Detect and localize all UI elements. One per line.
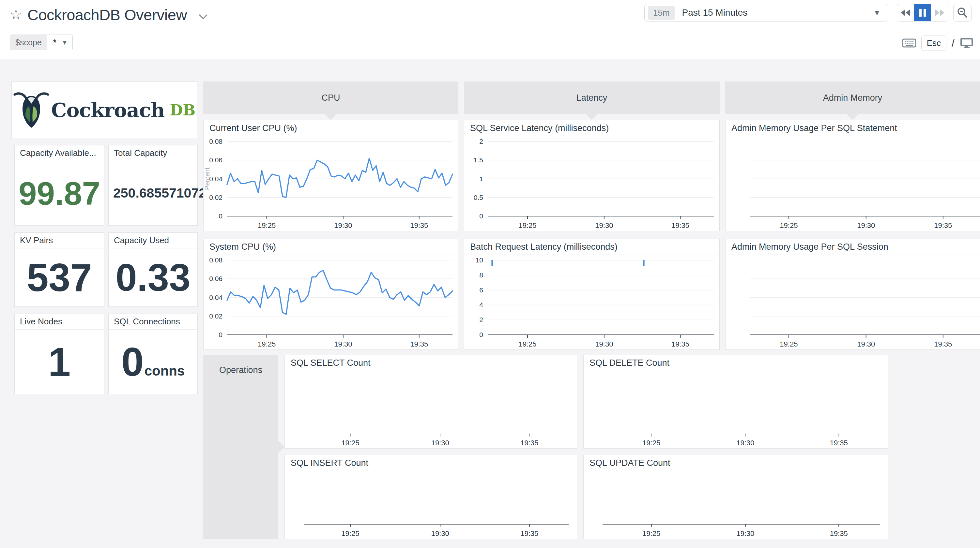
chart-batch-request-latency[interactable]: Batch Request Latency (milliseconds) 024… bbox=[464, 238, 720, 350]
svg-text:19:35: 19:35 bbox=[410, 221, 428, 229]
metric-value: 99.87 bbox=[19, 177, 100, 210]
svg-text:6: 6 bbox=[479, 286, 483, 294]
chart-sql-update-count[interactable]: SQL UPDATE Count 19:2519:3019:35 bbox=[583, 455, 888, 539]
chart-admin-memory-session[interactable]: Admin Memory Usage Per SQL Session 19:25… bbox=[725, 238, 980, 350]
svg-text:19:25: 19:25 bbox=[341, 529, 359, 538]
chart-plot-area[interactable]: 024681019:2519:3019:35 bbox=[464, 255, 719, 349]
svg-text:19:35: 19:35 bbox=[671, 340, 689, 348]
card-sql-connections[interactable]: SQL Connections 0 conns bbox=[108, 314, 198, 394]
card-capacity-available[interactable]: Capacity Available... 99.87 bbox=[14, 145, 104, 226]
chart-current-user-cpu[interactable]: Current User CPU (%) 00.020.040.060.0819… bbox=[203, 120, 458, 231]
card-kv-pairs[interactable]: KV Pairs 537 bbox=[14, 232, 104, 307]
svg-text:19:30: 19:30 bbox=[431, 529, 449, 538]
chart-title: System CPU (%) bbox=[204, 239, 458, 255]
svg-text:1: 1 bbox=[479, 175, 483, 183]
svg-text:4: 4 bbox=[479, 301, 483, 308]
scope-template-variable[interactable]: $scope * ▼ bbox=[10, 35, 73, 50]
scope-value: * bbox=[53, 38, 56, 47]
card-title: Total Capacity bbox=[109, 145, 197, 161]
svg-text:19:35: 19:35 bbox=[830, 439, 848, 447]
time-range-selector[interactable]: 15m Past 15 Minutes ▼ bbox=[644, 4, 888, 22]
svg-text:19:25: 19:25 bbox=[780, 340, 798, 348]
metric-unit: conns bbox=[145, 363, 185, 379]
chart-system-cpu[interactable]: System CPU (%) 00.020.040.060.0819:2519:… bbox=[203, 238, 458, 350]
dashboard-root: ☆ CockroachDB Overview 15m Past 15 Minut… bbox=[0, 0, 980, 548]
svg-text:0.02: 0.02 bbox=[209, 194, 223, 201]
metric-value: 0 bbox=[121, 342, 144, 382]
group-header-latency[interactable]: Latency bbox=[464, 81, 720, 114]
chart-plot-area[interactable]: 19:2519:3019:35 bbox=[285, 371, 577, 448]
svg-text:0.06: 0.06 bbox=[209, 156, 223, 164]
group-header-cpu[interactable]: CPU bbox=[203, 81, 458, 114]
chart-plot-area[interactable]: 19:2519:3019:35 bbox=[584, 371, 888, 448]
group-header-admin-memory[interactable]: Admin Memory bbox=[725, 81, 980, 114]
chart-admin-memory-statement[interactable]: Admin Memory Usage Per SQL Statement 19:… bbox=[725, 120, 980, 231]
chart-plot-area[interactable]: 00.020.040.060.0819:2519:3019:35 bbox=[204, 255, 458, 349]
logo-wordmark: Cockroach bbox=[51, 99, 165, 122]
fullscreen-monitor-icon[interactable] bbox=[960, 38, 974, 49]
card-capacity-used[interactable]: Capacity Used 0.33 bbox=[108, 232, 198, 307]
svg-text:Percent: Percent bbox=[204, 168, 211, 190]
svg-text:10: 10 bbox=[476, 256, 483, 264]
chart-sql-service-latency[interactable]: SQL Service Latency (milliseconds) 00.51… bbox=[464, 120, 720, 231]
group-header-operations[interactable]: Operations bbox=[203, 355, 278, 539]
chart-title: Admin Memory Usage Per SQL Session bbox=[725, 239, 980, 255]
slash-separator: / bbox=[951, 37, 955, 49]
zoom-out-button[interactable] bbox=[953, 4, 972, 22]
fast-forward-button[interactable] bbox=[931, 4, 948, 21]
svg-text:19:30: 19:30 bbox=[595, 221, 613, 229]
card-title: KV Pairs bbox=[15, 233, 104, 248]
chart-title: Admin Memory Usage Per SQL Statement bbox=[725, 120, 980, 136]
caret-down-icon: ▼ bbox=[873, 8, 881, 17]
chevron-down-icon[interactable] bbox=[198, 14, 208, 20]
svg-text:19:30: 19:30 bbox=[857, 221, 875, 229]
group-label: Operations bbox=[203, 365, 278, 375]
group-label: Latency bbox=[576, 93, 608, 103]
svg-text:19:25: 19:25 bbox=[642, 439, 660, 447]
metric-value: 250.6855710720 bbox=[113, 186, 214, 200]
metric-value: 1 bbox=[48, 342, 71, 382]
playback-controls bbox=[897, 4, 948, 22]
svg-text:19:25: 19:25 bbox=[519, 221, 536, 229]
svg-text:19:30: 19:30 bbox=[736, 529, 754, 538]
group-notch bbox=[278, 441, 285, 453]
svg-text:19:35: 19:35 bbox=[934, 221, 952, 229]
svg-text:19:30: 19:30 bbox=[736, 439, 754, 447]
svg-text:2: 2 bbox=[479, 138, 483, 145]
page-title: CockroachDB Overview bbox=[27, 6, 187, 24]
cockroach-bug-icon bbox=[13, 91, 49, 130]
esc-shortcut-button[interactable]: Esc bbox=[921, 35, 947, 51]
pause-button[interactable] bbox=[914, 4, 931, 21]
rewind-button[interactable] bbox=[897, 4, 914, 21]
svg-text:19:30: 19:30 bbox=[334, 340, 352, 348]
chart-plot-area[interactable]: 19:2519:3019:35 bbox=[584, 471, 888, 539]
card-live-nodes[interactable]: Live Nodes 1 bbox=[14, 314, 104, 394]
scope-name: $scope bbox=[10, 35, 47, 50]
svg-text:19:25: 19:25 bbox=[341, 439, 359, 447]
chart-plot-area[interactable]: 19:2519:3019:35 bbox=[725, 136, 980, 231]
svg-text:0: 0 bbox=[219, 212, 223, 220]
chart-sql-insert-count[interactable]: SQL INSERT Count 19:2519:3019:35 bbox=[285, 455, 577, 539]
card-title: SQL Connections bbox=[109, 314, 197, 330]
svg-text:2: 2 bbox=[479, 316, 483, 323]
caret-down-icon: ▼ bbox=[61, 39, 68, 46]
svg-text:0: 0 bbox=[479, 331, 483, 338]
group-notch bbox=[325, 114, 337, 120]
scope-value-dropdown[interactable]: * ▼ bbox=[47, 35, 73, 50]
chart-plot-area[interactable]: 19:2519:3019:35 bbox=[725, 255, 980, 349]
favorite-star-icon[interactable]: ☆ bbox=[10, 8, 22, 22]
svg-text:0.08: 0.08 bbox=[209, 256, 223, 264]
chart-plot-area[interactable]: 00.511.5219:2519:3019:35 bbox=[464, 136, 719, 231]
chart-sql-select-count[interactable]: SQL SELECT Count 19:2519:3019:35 bbox=[285, 355, 577, 449]
chart-title: SQL Service Latency (milliseconds) bbox=[464, 120, 719, 136]
chart-plot-area[interactable]: 00.020.040.060.0819:2519:3019:35Percent bbox=[204, 136, 458, 231]
svg-text:1.5: 1.5 bbox=[474, 156, 483, 164]
chart-sql-delete-count[interactable]: SQL DELETE Count 19:2519:3019:35 bbox=[583, 355, 888, 449]
svg-text:0.08: 0.08 bbox=[209, 138, 223, 145]
svg-text:0: 0 bbox=[479, 212, 483, 220]
chart-plot-area[interactable]: 19:2519:3019:35 bbox=[285, 471, 577, 539]
card-title: Capacity Used bbox=[109, 233, 197, 248]
svg-text:19:25: 19:25 bbox=[258, 221, 276, 229]
svg-text:0.06: 0.06 bbox=[209, 275, 223, 282]
card-total-capacity[interactable]: Total Capacity 250.6855710720 GB bbox=[108, 145, 198, 226]
